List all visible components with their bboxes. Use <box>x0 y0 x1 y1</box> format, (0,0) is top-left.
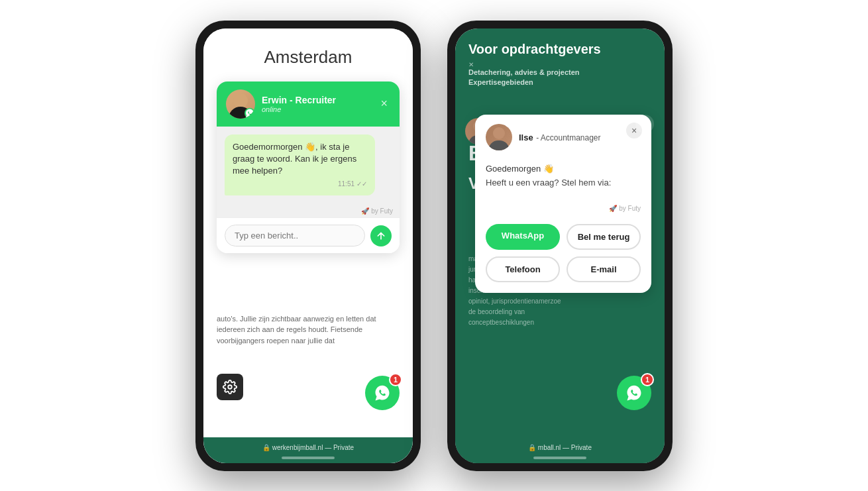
fab-badge-right: 1 <box>641 373 654 386</box>
telefoon-button[interactable]: Telefoon <box>486 256 560 282</box>
whatsapp-fab-left[interactable]: 1 <box>365 376 400 410</box>
agent-status-left: online <box>262 105 371 113</box>
whatsapp-avatar-badge <box>244 108 255 119</box>
email-button[interactable]: E-mail <box>567 256 641 282</box>
chat-input-area-left <box>217 217 400 253</box>
header-info-left: Erwin - Recruiter online <box>262 95 371 113</box>
futy-badge-left: 🚀 by Futy <box>217 203 400 217</box>
right-menu-hint: ✕ <box>468 61 651 68</box>
message-text-left: Goedemormorgen 👋, ik sta je graag te woo… <box>233 142 356 176</box>
chat-widget-right: × Ilse - Accountmanager Goedemorgen 👋 He… <box>475 115 651 294</box>
left-bg-text: auto's. Jullie zijn zichtbaar aanwezig e… <box>217 313 400 347</box>
bottom-bar-text-left: 🔒 werkenbijmball.nl — Private <box>203 444 413 451</box>
bg-text-line6: de beoordeling van <box>468 307 651 317</box>
settings-icon-box[interactable] <box>217 374 243 400</box>
avatar-ilse <box>486 124 512 150</box>
right-agent-name: Ilse <box>519 133 533 142</box>
ilse-body <box>488 140 510 150</box>
bg-text-line5: opiniot, jurisprodentienamerzoe <box>468 296 651 307</box>
ilse-head <box>493 127 505 139</box>
right-chat-header: Ilse - Accountmanager <box>475 115 651 157</box>
chat-body-left: Goedemormorgen 👋, ik sta je graag te woo… <box>217 127 400 204</box>
page-title-left: Amsterdam <box>203 28 413 78</box>
svg-point-0 <box>228 385 232 389</box>
home-indicator-right <box>533 457 586 459</box>
message-time-left: 11:51 ✓✓ <box>233 180 367 189</box>
left-phone: Amsterdam <box>195 21 421 471</box>
whatsapp-button[interactable]: WhatsApp <box>486 224 560 250</box>
futy-badge-right: 🚀 by Futy <box>475 205 651 217</box>
chat-input-left[interactable] <box>225 225 365 246</box>
right-agent-info: Ilse - Accountmanager <box>519 131 601 143</box>
right-subtitle2: Expertisegebieden <box>468 78 651 86</box>
action-buttons: WhatsApp Bel me terug Telefoon E-mail <box>475 217 651 293</box>
left-screen: Amsterdam <box>203 28 413 463</box>
home-indicator-left <box>282 457 335 459</box>
chat-header-left: Erwin - Recruiter online × <box>217 82 400 127</box>
fab-badge-left: 1 <box>389 373 402 386</box>
send-button-left[interactable] <box>370 225 392 246</box>
right-subtitle1: Detachering, advies & projecten <box>468 68 651 76</box>
right-phone: Voor opdrachtgevers ✕ Detachering, advie… <box>447 21 673 471</box>
bg-text-line7: conceptbeschiklungen <box>468 317 651 328</box>
bel-me-terug-button[interactable]: Bel me terug <box>567 224 641 250</box>
right-header-content: Voor opdrachtgevers ✕ Detachering, advie… <box>455 28 665 86</box>
right-chat-body: Goedemorgen 👋 Heeft u een vraag? Stel he… <box>475 157 651 200</box>
chat-widget-left: Erwin - Recruiter online × Goedemormorge… <box>217 82 400 254</box>
right-message1: Goedemorgen 👋 <box>486 162 641 176</box>
bg-text-left: auto's. Jullie zijn zichtbaar aanwezig e… <box>217 315 376 345</box>
message-bubble-left: Goedemormorgen 👋, ik sta je graag te woo… <box>225 135 375 196</box>
right-agent-role: - Accountmanager <box>536 133 600 142</box>
right-page-title: Voor opdrachtgevers <box>468 42 651 57</box>
close-right-overlay[interactable]: × <box>635 115 654 133</box>
bottom-bar-right: 🔒 mball.nl — Private <box>455 437 665 463</box>
agent-avatar-left <box>226 89 255 119</box>
close-chat-left[interactable]: × <box>378 94 390 113</box>
right-screen: Voor opdrachtgevers ✕ Detachering, advie… <box>455 28 665 463</box>
right-message2: Heeft u een vraag? Stel hem via: <box>486 178 641 188</box>
whatsapp-fab-right[interactable]: 1 <box>617 376 651 410</box>
agent-name-left: Erwin - Recruiter <box>262 95 371 105</box>
bottom-bar-text-right: 🔒 mball.nl — Private <box>455 444 665 451</box>
bottom-bar-left: 🔒 werkenbijmball.nl — Private <box>203 437 413 463</box>
